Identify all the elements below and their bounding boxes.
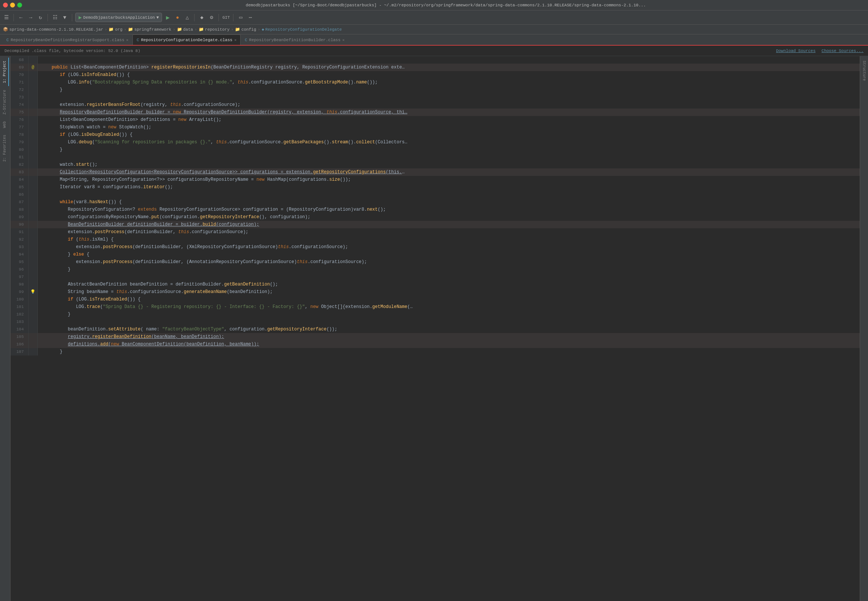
line-gutter — [29, 139, 37, 146]
tab-config-delegate[interactable]: C RepositoryConfigurationDelegate.class … — [132, 34, 241, 45]
line-gutter: @ — [29, 64, 37, 71]
table-row: 99 💡 String beanName = this.configuratio… — [11, 288, 860, 296]
line-code: if (LOG.isInfoEnabled()) { — [37, 71, 860, 79]
tab-close-1[interactable]: ✕ — [126, 38, 128, 42]
line-number: 102 — [11, 311, 29, 318]
breadcrumb-class[interactable]: ◆ RepositoryConfigurationDelegate — [262, 27, 341, 32]
maximize-button[interactable] — [17, 3, 22, 8]
back-icon[interactable]: ← — [17, 14, 25, 22]
debug-icon-btn[interactable]: ● — [173, 14, 181, 22]
line-gutter — [29, 56, 37, 64]
sep4: › — [195, 27, 197, 32]
line-number: 72 — [11, 86, 29, 93]
git-icon[interactable]: GIT — [222, 14, 230, 22]
line-code: while(var8.hasNext()) { — [37, 198, 860, 206]
toolbar-sep-1 — [14, 14, 14, 21]
info-bar: Decompiled .class file, bytecode version… — [0, 46, 868, 56]
breadcrumb-jar[interactable]: 📦 spring-data-commons-2.1.10.RELEASE.jar — [3, 27, 103, 32]
line-gutter — [29, 198, 37, 206]
breadcrumb-org[interactable]: 📁 org — [108, 27, 122, 32]
sidebar-tab-project[interactable]: 1: Project — [1, 58, 9, 86]
breadcrumb-config[interactable]: 📁 config — [235, 27, 256, 32]
tab-close-3[interactable]: ✕ — [342, 38, 344, 42]
line-number: 82 — [11, 161, 29, 168]
coverage-icon[interactable]: △ — [183, 14, 191, 22]
sidebar-tab-structure[interactable]: Z-Structure — [1, 87, 9, 117]
code-editor[interactable]: 68 69 @ public List<BeanComponentDefinit… — [11, 56, 860, 601]
table-row: 82 watch.start(); — [11, 161, 860, 168]
build-icon[interactable]: ◆ — [198, 14, 206, 22]
terminal-icon[interactable]: ▭ — [236, 14, 245, 22]
sidebar-tab-favorites[interactable]: 2: Favorites — [1, 132, 9, 165]
line-code — [37, 191, 860, 198]
line-number: 99 — [11, 288, 29, 296]
table-row: 83 Collection<RepositoryConfiguration<Re… — [11, 168, 860, 176]
window-title: demodbjpastarbucks [~/Spring-Boot/demodb… — [27, 3, 865, 8]
table-row: 90 BeanDefinitionBuilder definitionBuild… — [11, 221, 860, 228]
tab-registrar-support[interactable]: C RepositoryBeanDefinitionRegistrarSuppo… — [2, 34, 132, 45]
menu-icon[interactable]: ☰ — [2, 14, 11, 22]
breadcrumb-repository[interactable]: 📁 repository — [199, 27, 230, 32]
table-row: 73 — [11, 93, 860, 101]
right-sidebar-tab-structure[interactable]: Structure — [861, 58, 867, 84]
close-button[interactable] — [3, 3, 8, 8]
line-number: 75 — [11, 108, 29, 116]
line-code: List<BeanComponentDefinition> definition… — [37, 116, 860, 124]
line-number: 79 — [11, 139, 29, 146]
line-gutter — [29, 116, 37, 124]
line-gutter — [29, 318, 37, 326]
main-layout: 1: Project Z-Structure Web 2: Favorites … — [0, 56, 868, 601]
line-gutter — [29, 146, 37, 153]
table-row: 88 RepositoryConfiguration<? extends Rep… — [11, 206, 860, 213]
tab-class-icon-3: C — [245, 38, 247, 42]
tab-close-2[interactable]: ✕ — [234, 38, 236, 42]
settings-icon[interactable]: ⚙ — [207, 14, 216, 22]
title-bar: demodbjpastarbucks [~/Spring-Boot/demodb… — [0, 0, 868, 11]
line-gutter — [29, 266, 37, 273]
toolbar-sep-6 — [233, 14, 233, 21]
table-row: 102 } — [11, 311, 860, 318]
sep5: › — [231, 27, 234, 32]
table-row: 80 } — [11, 146, 860, 153]
line-gutter: 💡 — [29, 288, 37, 296]
table-row: 76 List<BeanComponentDefinition> definit… — [11, 116, 860, 124]
line-code: if (this.isXml) { — [37, 236, 860, 243]
minimize-button[interactable] — [10, 3, 15, 8]
table-row: 69 @ public List<BeanComponentDefinition… — [11, 64, 860, 71]
sidebar-tab-web[interactable]: Web — [1, 118, 9, 131]
table-row: 78 if (LOG.isDebugEnabled()) { — [11, 131, 860, 139]
line-code: definitions.add(new BeanComponentDefinit… — [37, 340, 860, 348]
line-code — [37, 56, 860, 64]
line-code: StopWatch watch = new StopWatch(); — [37, 124, 860, 131]
structure-icon[interactable]: ☷ — [51, 14, 59, 22]
line-gutter — [29, 124, 37, 131]
sep3: › — [173, 27, 175, 32]
right-sidebar: Structure — [860, 56, 868, 601]
table-row: 96 } — [11, 266, 860, 273]
toolbar-sep-5 — [218, 14, 219, 21]
line-code: } — [37, 348, 860, 355]
more-icon[interactable]: ⋯ — [246, 14, 254, 22]
line-number: 77 — [11, 124, 29, 131]
run-icon-btn[interactable]: ▶ — [163, 14, 172, 22]
refresh-icon[interactable]: ↻ — [36, 14, 44, 22]
line-gutter — [29, 326, 37, 333]
download-sources-link[interactable]: Download Sources — [776, 49, 816, 53]
breadcrumb-springframework[interactable]: 📁 springframework — [128, 27, 171, 32]
breadcrumb-data[interactable]: 📁 data — [177, 27, 193, 32]
table-row: 81 — [11, 153, 860, 161]
choose-sources-link[interactable]: Choose Sources... — [822, 49, 863, 53]
nav-icon[interactable]: ▼ — [61, 14, 69, 22]
table-row: 85 Iterator var8 = configurations.iterat… — [11, 183, 860, 191]
table-row: 91 extension.postProcess(definitionBuild… — [11, 228, 860, 236]
run-config-selector[interactable]: ▶ DemodbjpastarbucksApplication ▼ — [75, 13, 162, 22]
sep6: › — [258, 27, 260, 32]
table-row: 98 AbstractBeanDefinition beanDefinition… — [11, 281, 860, 288]
line-number: 86 — [11, 191, 29, 198]
folder-icon-1: 📁 — [108, 27, 114, 32]
line-code: if (LOG.isDebugEnabled()) { — [37, 131, 860, 139]
line-gutter — [29, 161, 37, 168]
forward-icon[interactable]: → — [27, 14, 35, 22]
tab-bean-definition-builder[interactable]: C RepositoryBeanDefinitionBuilder.class … — [241, 34, 349, 45]
line-number: 88 — [11, 206, 29, 213]
